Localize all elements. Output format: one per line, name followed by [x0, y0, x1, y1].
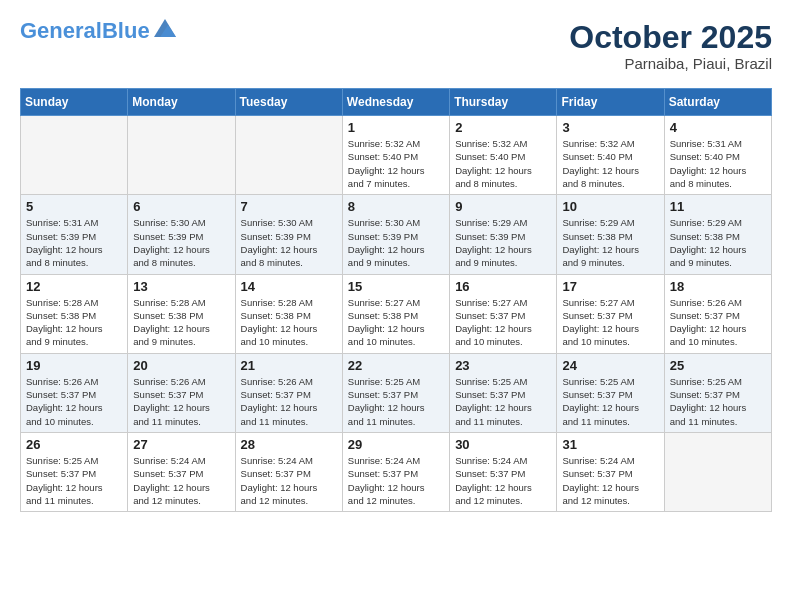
- calendar-cell: [664, 432, 771, 511]
- weekday-header: Wednesday: [342, 89, 449, 116]
- day-info: Sunrise: 5:31 AMSunset: 5:40 PMDaylight:…: [670, 137, 766, 190]
- day-number: 14: [241, 279, 337, 294]
- calendar-cell: [128, 116, 235, 195]
- calendar-cell: 23Sunrise: 5:25 AMSunset: 5:37 PMDayligh…: [450, 353, 557, 432]
- day-number: 7: [241, 199, 337, 214]
- day-info: Sunrise: 5:28 AMSunset: 5:38 PMDaylight:…: [241, 296, 337, 349]
- calendar-cell: 17Sunrise: 5:27 AMSunset: 5:37 PMDayligh…: [557, 274, 664, 353]
- calendar-cell: 22Sunrise: 5:25 AMSunset: 5:37 PMDayligh…: [342, 353, 449, 432]
- day-number: 19: [26, 358, 122, 373]
- day-info: Sunrise: 5:24 AMSunset: 5:37 PMDaylight:…: [455, 454, 551, 507]
- calendar-cell: 24Sunrise: 5:25 AMSunset: 5:37 PMDayligh…: [557, 353, 664, 432]
- calendar-cell: 30Sunrise: 5:24 AMSunset: 5:37 PMDayligh…: [450, 432, 557, 511]
- day-number: 16: [455, 279, 551, 294]
- day-number: 9: [455, 199, 551, 214]
- day-info: Sunrise: 5:28 AMSunset: 5:38 PMDaylight:…: [133, 296, 229, 349]
- day-info: Sunrise: 5:29 AMSunset: 5:39 PMDaylight:…: [455, 216, 551, 269]
- day-info: Sunrise: 5:26 AMSunset: 5:37 PMDaylight:…: [241, 375, 337, 428]
- calendar-week-row: 5Sunrise: 5:31 AMSunset: 5:39 PMDaylight…: [21, 195, 772, 274]
- day-number: 5: [26, 199, 122, 214]
- weekday-header: Saturday: [664, 89, 771, 116]
- day-number: 20: [133, 358, 229, 373]
- day-number: 29: [348, 437, 444, 452]
- calendar-cell: 4Sunrise: 5:31 AMSunset: 5:40 PMDaylight…: [664, 116, 771, 195]
- calendar-cell: 6Sunrise: 5:30 AMSunset: 5:39 PMDaylight…: [128, 195, 235, 274]
- day-info: Sunrise: 5:28 AMSunset: 5:38 PMDaylight:…: [26, 296, 122, 349]
- day-number: 28: [241, 437, 337, 452]
- day-info: Sunrise: 5:27 AMSunset: 5:38 PMDaylight:…: [348, 296, 444, 349]
- day-info: Sunrise: 5:24 AMSunset: 5:37 PMDaylight:…: [562, 454, 658, 507]
- day-number: 22: [348, 358, 444, 373]
- day-number: 24: [562, 358, 658, 373]
- day-info: Sunrise: 5:25 AMSunset: 5:37 PMDaylight:…: [348, 375, 444, 428]
- day-info: Sunrise: 5:24 AMSunset: 5:37 PMDaylight:…: [133, 454, 229, 507]
- calendar-cell: 9Sunrise: 5:29 AMSunset: 5:39 PMDaylight…: [450, 195, 557, 274]
- day-number: 12: [26, 279, 122, 294]
- day-info: Sunrise: 5:26 AMSunset: 5:37 PMDaylight:…: [133, 375, 229, 428]
- day-number: 18: [670, 279, 766, 294]
- weekday-header: Friday: [557, 89, 664, 116]
- day-info: Sunrise: 5:25 AMSunset: 5:37 PMDaylight:…: [455, 375, 551, 428]
- day-number: 27: [133, 437, 229, 452]
- calendar-cell: 12Sunrise: 5:28 AMSunset: 5:38 PMDayligh…: [21, 274, 128, 353]
- weekday-header: Monday: [128, 89, 235, 116]
- day-info: Sunrise: 5:29 AMSunset: 5:38 PMDaylight:…: [670, 216, 766, 269]
- day-info: Sunrise: 5:32 AMSunset: 5:40 PMDaylight:…: [562, 137, 658, 190]
- day-number: 21: [241, 358, 337, 373]
- day-info: Sunrise: 5:25 AMSunset: 5:37 PMDaylight:…: [670, 375, 766, 428]
- logo-text: GeneralBlue: [20, 20, 150, 42]
- weekday-header: Tuesday: [235, 89, 342, 116]
- day-number: 26: [26, 437, 122, 452]
- calendar-cell: 25Sunrise: 5:25 AMSunset: 5:37 PMDayligh…: [664, 353, 771, 432]
- day-number: 13: [133, 279, 229, 294]
- calendar-cell: 1Sunrise: 5:32 AMSunset: 5:40 PMDaylight…: [342, 116, 449, 195]
- day-number: 17: [562, 279, 658, 294]
- calendar-cell: 13Sunrise: 5:28 AMSunset: 5:38 PMDayligh…: [128, 274, 235, 353]
- day-info: Sunrise: 5:29 AMSunset: 5:38 PMDaylight:…: [562, 216, 658, 269]
- day-info: Sunrise: 5:32 AMSunset: 5:40 PMDaylight:…: [348, 137, 444, 190]
- calendar-cell: 5Sunrise: 5:31 AMSunset: 5:39 PMDaylight…: [21, 195, 128, 274]
- logo-icon: [154, 19, 176, 37]
- weekday-header: Thursday: [450, 89, 557, 116]
- day-info: Sunrise: 5:30 AMSunset: 5:39 PMDaylight:…: [241, 216, 337, 269]
- calendar-week-row: 12Sunrise: 5:28 AMSunset: 5:38 PMDayligh…: [21, 274, 772, 353]
- day-info: Sunrise: 5:24 AMSunset: 5:37 PMDaylight:…: [241, 454, 337, 507]
- day-number: 31: [562, 437, 658, 452]
- calendar-cell: 20Sunrise: 5:26 AMSunset: 5:37 PMDayligh…: [128, 353, 235, 432]
- month-title: October 2025: [569, 20, 772, 55]
- day-info: Sunrise: 5:26 AMSunset: 5:37 PMDaylight:…: [26, 375, 122, 428]
- calendar-week-row: 19Sunrise: 5:26 AMSunset: 5:37 PMDayligh…: [21, 353, 772, 432]
- day-number: 8: [348, 199, 444, 214]
- day-number: 1: [348, 120, 444, 135]
- day-info: Sunrise: 5:27 AMSunset: 5:37 PMDaylight:…: [562, 296, 658, 349]
- calendar-cell: [235, 116, 342, 195]
- day-info: Sunrise: 5:25 AMSunset: 5:37 PMDaylight:…: [26, 454, 122, 507]
- calendar-cell: 3Sunrise: 5:32 AMSunset: 5:40 PMDaylight…: [557, 116, 664, 195]
- calendar-table: SundayMondayTuesdayWednesdayThursdayFrid…: [20, 88, 772, 512]
- calendar-cell: 19Sunrise: 5:26 AMSunset: 5:37 PMDayligh…: [21, 353, 128, 432]
- calendar-cell: 15Sunrise: 5:27 AMSunset: 5:38 PMDayligh…: [342, 274, 449, 353]
- location-subtitle: Parnaiba, Piaui, Brazil: [569, 55, 772, 72]
- calendar-cell: 10Sunrise: 5:29 AMSunset: 5:38 PMDayligh…: [557, 195, 664, 274]
- day-info: Sunrise: 5:31 AMSunset: 5:39 PMDaylight:…: [26, 216, 122, 269]
- calendar-cell: 28Sunrise: 5:24 AMSunset: 5:37 PMDayligh…: [235, 432, 342, 511]
- calendar-week-row: 26Sunrise: 5:25 AMSunset: 5:37 PMDayligh…: [21, 432, 772, 511]
- calendar-cell: [21, 116, 128, 195]
- calendar-cell: 31Sunrise: 5:24 AMSunset: 5:37 PMDayligh…: [557, 432, 664, 511]
- calendar-cell: 16Sunrise: 5:27 AMSunset: 5:37 PMDayligh…: [450, 274, 557, 353]
- calendar-cell: 14Sunrise: 5:28 AMSunset: 5:38 PMDayligh…: [235, 274, 342, 353]
- day-info: Sunrise: 5:25 AMSunset: 5:37 PMDaylight:…: [562, 375, 658, 428]
- logo: GeneralBlue: [20, 20, 176, 42]
- day-info: Sunrise: 5:27 AMSunset: 5:37 PMDaylight:…: [455, 296, 551, 349]
- day-number: 11: [670, 199, 766, 214]
- day-number: 6: [133, 199, 229, 214]
- day-number: 2: [455, 120, 551, 135]
- calendar-cell: 27Sunrise: 5:24 AMSunset: 5:37 PMDayligh…: [128, 432, 235, 511]
- day-number: 25: [670, 358, 766, 373]
- calendar-cell: 8Sunrise: 5:30 AMSunset: 5:39 PMDaylight…: [342, 195, 449, 274]
- day-number: 30: [455, 437, 551, 452]
- day-number: 3: [562, 120, 658, 135]
- calendar-cell: 29Sunrise: 5:24 AMSunset: 5:37 PMDayligh…: [342, 432, 449, 511]
- day-number: 10: [562, 199, 658, 214]
- calendar-cell: 21Sunrise: 5:26 AMSunset: 5:37 PMDayligh…: [235, 353, 342, 432]
